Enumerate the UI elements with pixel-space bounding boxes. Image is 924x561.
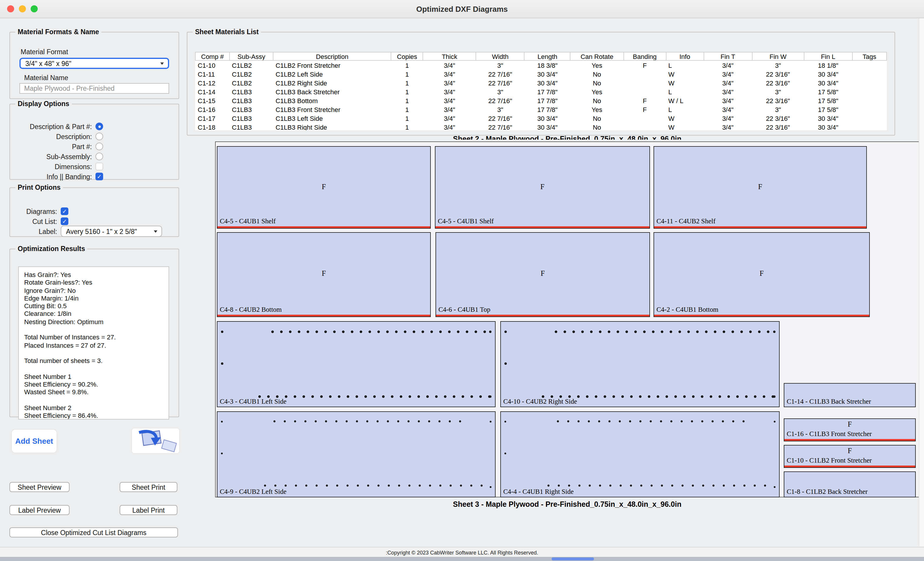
table-row[interactable]: C1-17C1LB3C1LB3 Left Side13/4"22 7/16"30… <box>195 114 886 123</box>
option-row: Label:Avery 5160 - 1" x 2 5/8" <box>14 226 176 236</box>
radio-unchecked[interactable] <box>96 133 103 140</box>
table-cell: 1 <box>391 123 423 130</box>
pin-hole <box>489 395 492 398</box>
column-header: Copies <box>391 52 423 60</box>
optimization-results-text: Has Grain?: Yes Rotate Grain-less?: Yes … <box>18 266 169 420</box>
diagram-part[interactable]: C4-9 - C4UB2 Left Side <box>217 411 496 497</box>
table-cell: C1-10 <box>195 60 230 69</box>
table-cell: 3/4" <box>704 69 752 78</box>
minimize-window-button[interactable] <box>19 5 26 12</box>
print-options-group: Print Options Diagrams:Cut List:Label:Av… <box>9 184 179 237</box>
table-cell: 3/4" <box>704 87 752 96</box>
table-cell: C1LB2 <box>230 78 273 87</box>
table-cell: 30 3/4" <box>525 114 570 123</box>
display-options-group: Display Options Description & Part #:Des… <box>9 100 179 180</box>
grain-marker: F <box>218 270 430 278</box>
table-cell: 22 3/16" <box>752 78 804 87</box>
pin-hole <box>489 331 492 333</box>
diagram-part[interactable]: FC1-16 - C1LB3 Front Stretcher <box>784 418 916 441</box>
horizontal-scrollbar-track[interactable] <box>0 557 924 561</box>
pin-hole <box>504 453 507 454</box>
horizontal-scrollbar-thumb[interactable] <box>552 558 594 560</box>
close-diagrams-button[interactable]: Close Optimized Cut List Diagrams <box>9 527 178 537</box>
part-label: C1-14 - C1LB3 Back Stretcher <box>787 398 871 405</box>
table-cell: 3/4" <box>423 105 476 114</box>
table-cell: C1LB2 <box>230 60 273 69</box>
table-cell <box>624 87 666 96</box>
checkbox-checked[interactable] <box>96 172 103 180</box>
radio-unchecked[interactable] <box>96 153 103 160</box>
table-cell: W <box>666 114 704 123</box>
grain-marker: F <box>436 270 650 278</box>
label-format-select[interactable]: Avery 5160 - 1" x 2 5/8" <box>61 226 162 237</box>
diagram-part[interactable]: FC4-11 - C4UB2 Shelf <box>654 146 867 229</box>
table-cell: 30 3/4" <box>525 78 570 87</box>
diagram-part[interactable]: FC4-6 - C4UB1 Top <box>435 232 650 317</box>
table-cell: 22 3/16" <box>752 69 804 78</box>
sheet-preview-button[interactable]: Sheet Preview <box>9 482 69 492</box>
zoom-window-button[interactable] <box>31 5 38 12</box>
table-cell <box>852 123 886 130</box>
sheet-print-button[interactable]: Sheet Print <box>120 482 177 492</box>
table-cell <box>852 105 886 114</box>
table-row[interactable]: C1-11C1LB2C1LB2 Left Side13/4"22 7/16"30… <box>195 69 886 78</box>
add-sheet-button[interactable]: Add Sheet <box>12 430 57 453</box>
pin-hole <box>221 331 224 333</box>
label-print-button[interactable]: Label Print <box>120 505 177 515</box>
table-cell: C1LB3 Bottom <box>273 96 391 105</box>
chevron-down-icon <box>160 62 164 64</box>
table-cell: C1-14 <box>195 87 230 96</box>
table-row[interactable]: C1-14C1LB3C1LB3 Back Stretcher13/4"3"17 … <box>195 87 886 96</box>
diagram-part[interactable]: C4-3 - C4UB1 Left Side <box>217 321 496 407</box>
diagram-part[interactable]: FC4-8 - C4UB2 Bottom <box>217 232 431 317</box>
diagram-part[interactable]: C1-14 - C1LB3 Back Stretcher <box>784 383 916 407</box>
part-label: C1-16 - C1LB3 Front Stretcher <box>787 430 872 437</box>
diagram-part[interactable]: C1-8 - C1LB2 Back Stretcher <box>784 471 916 497</box>
diagram-part[interactable]: FC4-2 - C4UB1 Bottom <box>654 232 870 317</box>
checkbox-unchecked[interactable] <box>96 163 103 170</box>
diagram-part[interactable]: C4-4 - C4UB1 Right Side <box>500 411 780 497</box>
vertical-scrollbar-track[interactable] <box>919 18 924 546</box>
material-formats-group: Material Formats & Name Material Format … <box>9 28 179 99</box>
table-row[interactable]: C1-10C1LB2C1LB2 Front Stretcher13/4"3"18… <box>195 60 886 69</box>
option-label: Cut List: <box>14 218 57 225</box>
table-cell: C1LB3 Left Side <box>273 114 391 123</box>
option-label: Info || Banding: <box>14 173 92 180</box>
label-preview-button[interactable]: Label Preview <box>9 505 69 515</box>
close-window-button[interactable] <box>7 5 14 12</box>
diagram-part[interactable]: FC1-10 - C1LB2 Front Stretcher <box>784 445 916 468</box>
table-cell: 22 3/16" <box>752 114 804 123</box>
option-label: Part #: <box>14 143 92 150</box>
diagram-part[interactable]: FC4-5 - C4UB1 Shelf <box>435 146 650 229</box>
checkbox-checked[interactable] <box>61 207 68 215</box>
table-cell: 3/4" <box>704 105 752 114</box>
option-row: Description & Part #: <box>14 122 176 131</box>
option-row: Dimensions: <box>14 162 176 171</box>
diagram-part[interactable]: C4-10 - C4UB2 Right Side <box>500 321 780 407</box>
table-cell: 3" <box>476 105 525 114</box>
table-cell: F <box>624 96 666 105</box>
pin-hole <box>221 362 224 365</box>
table-cell: 3/4" <box>423 60 476 69</box>
table-cell: 3/4" <box>423 114 476 123</box>
material-name-input[interactable]: Maple Plywood - Pre-Finished <box>20 83 169 94</box>
table-cell: L <box>666 87 704 96</box>
table-row[interactable]: C1-12C1LB2C1LB2 Right Side13/4"22 7/16"3… <box>195 78 886 87</box>
optimization-results-group: Optimization Results Has Grain?: Yes Rot… <box>9 245 179 417</box>
drag-sheet-target[interactable] <box>132 428 179 453</box>
part-label: C4-5 - C4UB1 Shelf <box>438 218 494 225</box>
table-row[interactable]: C1-16C1LB3C1LB3 Front Stretcher13/4"3"17… <box>195 105 886 114</box>
checkbox-checked[interactable] <box>61 218 68 225</box>
option-row: Cut List: <box>14 216 176 226</box>
part-label: C4-10 - C4UB2 Right Side <box>503 398 577 405</box>
table-cell: 22 3/16" <box>752 123 804 130</box>
table-row[interactable]: C1-15C1LB3C1LB3 Bottom13/4"22 7/16"17 7/… <box>195 96 886 105</box>
diagram-part[interactable]: FC4-5 - C4UB1 Shelf <box>217 146 431 229</box>
radio-unchecked[interactable] <box>96 142 103 150</box>
table-cell: 3/4" <box>704 78 752 87</box>
table-row[interactable]: C1-18C1LB3C1LB3 Right Side13/4"22 7/16"3… <box>195 123 886 130</box>
material-format-select[interactable]: 3/4" x 48" x 96" <box>20 58 169 69</box>
table-cell: C1LB3 <box>230 114 273 123</box>
table-cell: C1LB3 <box>230 96 273 105</box>
radio-checked[interactable] <box>96 123 103 130</box>
